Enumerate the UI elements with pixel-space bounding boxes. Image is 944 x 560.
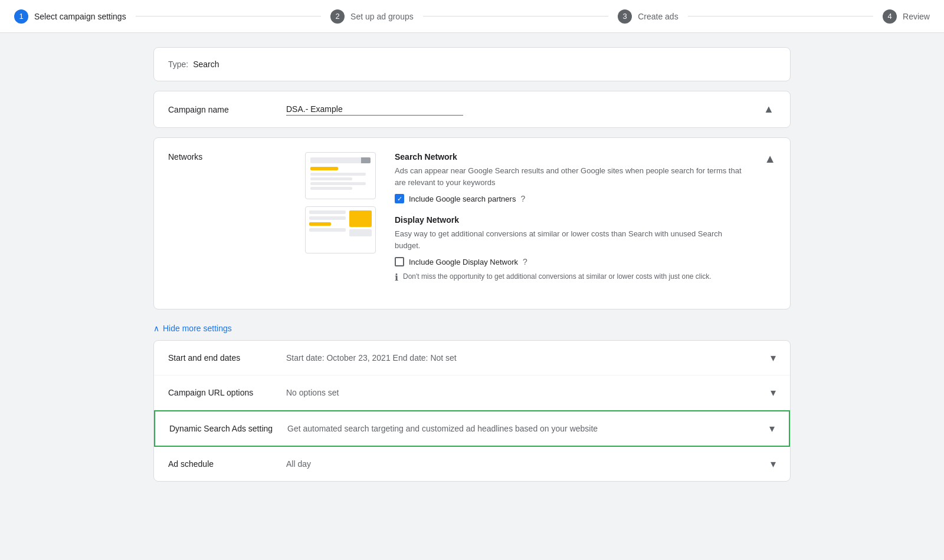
campaign-name-row: Campaign name ▲ — [154, 91, 790, 127]
display-network-desc: Easy way to get additional conversions a… — [395, 228, 745, 251]
search-partners-help-icon[interactable]: ? — [520, 194, 525, 203]
search-network-image — [305, 152, 376, 199]
display-network-section: Display Network Easy way to get addition… — [395, 215, 745, 283]
stepper-label-4: Review — [903, 12, 930, 21]
stepper-circle-2: 2 — [330, 9, 345, 24]
mock-gray-line-3 — [310, 182, 366, 185]
search-network-section: Search Network Ads can appear near Googl… — [395, 152, 745, 203]
ad-schedule-chevron-icon[interactable]: ▾ — [771, 457, 776, 470]
stepper-bar: 1 Select campaign settings 2 Set up ad g… — [0, 0, 944, 33]
display-network-warning: ℹ Don't miss the opportunity to get addi… — [395, 271, 745, 283]
networks-card: Networks — [153, 137, 791, 309]
settings-row-dates[interactable]: Start and end dates Start date: October … — [154, 341, 790, 375]
warning-text: Don't miss the opportunity to get additi… — [403, 271, 712, 282]
type-card: Type: Search — [153, 47, 791, 81]
url-options-value: No options set — [286, 388, 771, 397]
main-content: Type: Search Campaign name ▲ Networks — [59, 33, 885, 496]
stepper-circle-4: 4 — [883, 9, 897, 24]
networks-images — [305, 152, 376, 253]
mock-search-bar — [310, 157, 371, 163]
search-network-title: Search Network — [395, 152, 745, 162]
mock-display-right — [349, 210, 372, 249]
settings-row-dsa[interactable]: Dynamic Search Ads setting Get automated… — [154, 410, 790, 447]
search-partners-checkbox[interactable]: ✓ — [395, 194, 404, 203]
dsa-value: Get automated search targeting and custo… — [287, 424, 769, 433]
settings-row-url-options[interactable]: Campaign URL options No options set ▾ — [154, 375, 790, 410]
url-options-label: Campaign URL options — [168, 388, 286, 397]
ad-schedule-value: All day — [286, 459, 771, 469]
dates-chevron-icon[interactable]: ▾ — [771, 351, 776, 364]
display-network-checkbox[interactable] — [395, 257, 404, 266]
hide-settings-label: Hide more settings — [163, 324, 232, 333]
display-network-help-icon[interactable]: ? — [523, 257, 527, 266]
mock-dl-yellow — [309, 222, 331, 226]
search-partners-checkbox-row[interactable]: ✓ Include Google search partners ? — [395, 194, 745, 203]
mock-gray-line-2 — [310, 177, 352, 180]
campaign-name-chevron[interactable]: ▲ — [762, 103, 776, 116]
stepper-circle-3: 3 — [618, 9, 632, 24]
more-settings-card: Start and end dates Start date: October … — [153, 340, 791, 482]
checkmark-icon: ✓ — [397, 196, 402, 202]
networks-chevron[interactable]: ▲ — [764, 152, 776, 166]
hide-settings-arrow-icon: ∧ — [153, 324, 159, 333]
display-network-checkbox-row[interactable]: Include Google Display Network ? — [395, 257, 745, 266]
stepper-circle-1: 1 — [14, 9, 28, 24]
settings-row-ad-schedule[interactable]: Ad schedule All day ▾ — [154, 447, 790, 481]
campaign-name-label: Campaign name — [168, 105, 286, 114]
stepper-label-1: Select campaign settings — [34, 12, 126, 21]
stepper-label-3: Create ads — [638, 12, 678, 21]
ad-schedule-label: Ad schedule — [168, 459, 286, 469]
stepper-step-4[interactable]: 4 Review — [883, 9, 930, 24]
mock-dr-gray — [349, 229, 372, 236]
networks-label: Networks — [168, 152, 286, 162]
display-network-title: Display Network — [395, 215, 745, 225]
dates-value: Start date: October 23, 2021 End date: N… — [286, 353, 771, 363]
mock-gray-line-1 — [310, 173, 366, 176]
warning-icon: ℹ — [395, 272, 398, 283]
url-options-chevron-icon[interactable]: ▾ — [771, 386, 776, 399]
type-row: Type: Search — [154, 48, 790, 81]
dsa-chevron-icon[interactable]: ▾ — [769, 422, 775, 435]
stepper-line-1 — [136, 16, 321, 17]
type-label: Type: — [168, 60, 188, 69]
stepper-line-3 — [688, 16, 873, 17]
stepper-step-3[interactable]: 3 Create ads — [618, 9, 678, 24]
mock-dl-1 — [309, 210, 346, 214]
mock-dl-2 — [309, 216, 346, 220]
networks-inner: Networks — [168, 152, 776, 295]
dsa-label: Dynamic Search Ads setting — [169, 424, 287, 433]
networks-details: Search Network Ads can appear near Googl… — [395, 152, 745, 295]
stepper-line-2 — [423, 16, 608, 17]
campaign-name-value — [286, 103, 762, 116]
campaign-name-input[interactable] — [286, 103, 463, 116]
dates-label: Start and end dates — [168, 353, 286, 363]
mock-search-btn — [361, 157, 371, 163]
search-partners-label: Include Google search partners — [409, 195, 516, 203]
stepper-label-2: Set up ad groups — [350, 12, 414, 21]
mock-yellow-line — [310, 167, 338, 170]
mock-gray-line-4 — [310, 187, 352, 190]
mock-display-left — [309, 210, 346, 249]
stepper-step-2[interactable]: 2 Set up ad groups — [330, 9, 414, 24]
campaign-name-card: Campaign name ▲ — [153, 91, 791, 128]
mock-dr-rect — [349, 210, 372, 227]
mock-dl-3 — [309, 228, 346, 232]
display-network-label: Include Google Display Network — [409, 258, 518, 266]
stepper-step-1[interactable]: 1 Select campaign settings — [14, 9, 126, 24]
type-value: Search — [193, 60, 219, 69]
hide-settings-link[interactable]: ∧ Hide more settings — [153, 319, 791, 340]
display-network-image — [305, 206, 376, 253]
search-network-desc: Ads can appear near Google Search result… — [395, 165, 745, 188]
